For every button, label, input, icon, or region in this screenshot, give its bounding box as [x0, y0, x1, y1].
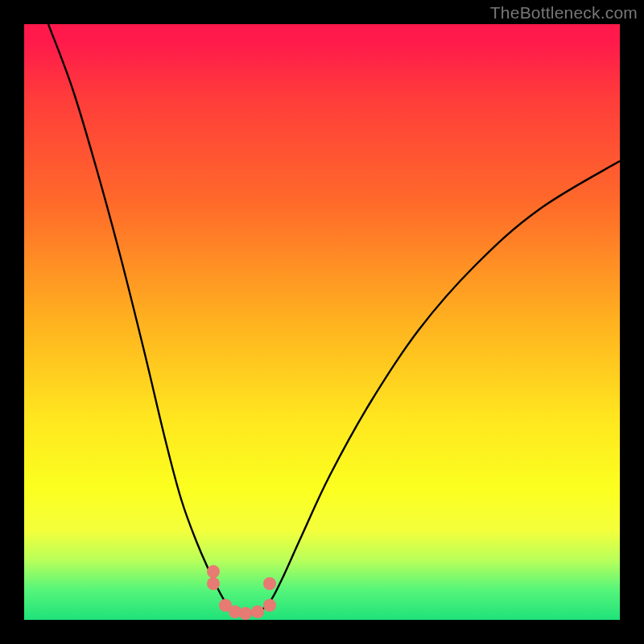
chart-frame: TheBottleneck.com — [0, 0, 644, 644]
curve-marker — [251, 605, 264, 618]
watermark-text: TheBottleneck.com — [490, 3, 638, 23]
curve-marker — [263, 577, 276, 590]
curve-marker — [207, 577, 220, 590]
curve-marker — [239, 607, 252, 620]
plot-area — [24, 24, 620, 620]
curve-marker — [263, 599, 276, 612]
curve-markers — [207, 565, 276, 620]
curve-marker — [207, 565, 220, 578]
bottleneck-curve — [48, 24, 620, 614]
chart-svg — [24, 24, 620, 620]
